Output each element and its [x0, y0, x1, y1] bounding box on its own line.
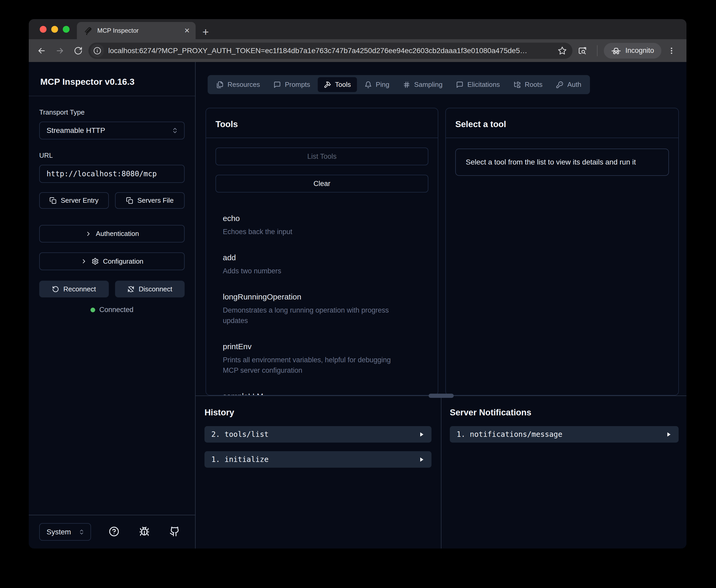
tab-tools[interactable]: Tools [318, 77, 357, 92]
reload-icon [74, 46, 83, 55]
history-item[interactable]: 2. tools/list [204, 426, 432, 443]
incognito-label: Incognito [625, 46, 654, 55]
panels-row: Tools List Tools Clear echo Echoes back … [205, 108, 679, 396]
forward-button[interactable] [52, 43, 68, 59]
tool-name: longRunningOperation [223, 292, 428, 301]
circle-help-icon [109, 526, 119, 537]
servers-file-button[interactable]: Servers File [115, 192, 185, 209]
tool-detail-panel: Select a tool Select a tool from the lis… [446, 108, 679, 396]
server-entry-label: Server Entry [61, 196, 99, 205]
tool-detail-title: Select a tool [446, 108, 678, 138]
tab-ping-label: Ping [376, 81, 389, 89]
theme-value: System [46, 528, 71, 536]
tab-resources[interactable]: Resources [210, 77, 266, 92]
tool-list-item[interactable]: longRunningOperation Demonstrates a long… [223, 292, 428, 326]
tab-ping[interactable]: Ping [359, 77, 395, 92]
maximize-window-button[interactable] [63, 26, 69, 33]
message-square-icon [456, 81, 463, 88]
notification-item[interactable]: 1. notifications/message [450, 426, 679, 443]
tool-list-item[interactable]: echo Echoes back the input [223, 214, 428, 237]
authentication-label: Authentication [96, 230, 139, 238]
server-url-input[interactable] [39, 165, 185, 183]
tab-title: MCP Inspector [97, 27, 179, 34]
browser-menu-button[interactable] [664, 43, 680, 59]
disconnect-label: Disconnect [138, 285, 172, 293]
tool-detail-empty-message: Select a tool from the list to view its … [455, 149, 669, 176]
info-icon [93, 47, 101, 55]
disconnect-button[interactable]: Disconnect [115, 281, 185, 297]
bug-icon [139, 526, 150, 537]
authentication-button[interactable]: Authentication [39, 225, 185, 243]
bookmark-star-icon[interactable] [558, 46, 567, 55]
tool-name: echo [223, 214, 428, 223]
status-label: Connected [100, 306, 134, 314]
tab-elicitations[interactable]: Elicitations [450, 77, 506, 92]
tool-list: echo Echoes back the input add Adds two … [216, 192, 428, 395]
tool-name: printEnv [223, 342, 428, 351]
transport-type-select[interactable]: Streamable HTTP [39, 122, 185, 140]
tab-close-icon[interactable]: ✕ [184, 27, 190, 34]
tool-list-item[interactable]: add Adds two numbers [223, 253, 428, 276]
browser-tab[interactable]: MCP Inspector ✕ [77, 22, 196, 39]
status-dot [90, 308, 95, 312]
minimize-window-button[interactable] [51, 26, 58, 33]
reconnect-label: Reconnect [63, 285, 96, 293]
back-button[interactable] [34, 43, 50, 59]
sidebar-body: Transport Type Streamable HTTP URL Serve… [29, 96, 195, 314]
window-controls [29, 19, 77, 39]
expand-play-icon [666, 431, 672, 438]
reload-button[interactable] [70, 43, 86, 59]
folder-tree-icon [514, 81, 521, 88]
report-bug-button[interactable] [139, 526, 150, 538]
message-square-icon [274, 81, 281, 88]
toolbar-divider [597, 45, 598, 56]
server-entry-button[interactable]: Server Entry [39, 192, 109, 209]
expand-play-icon [418, 457, 425, 463]
configuration-button[interactable]: Configuration [39, 252, 185, 270]
history-item-label: 2. tools/list [211, 430, 268, 439]
browser-toolbar: localhost:6274/?MCP_PROXY_AUTH_TOKEN=ec1… [29, 39, 687, 62]
chevron-right-icon [85, 230, 92, 237]
chevrons-up-down-icon [79, 529, 85, 535]
list-tools-button[interactable]: List Tools [216, 148, 428, 165]
horizontal-divider [196, 396, 687, 396]
tab-sampling-label: Sampling [414, 81, 442, 89]
site-info-button[interactable] [90, 44, 104, 58]
app-title: MCP Inspector v0.16.3 [40, 77, 183, 87]
github-icon [170, 526, 180, 537]
sidebar-header: MCP Inspector v0.16.3 [29, 62, 195, 96]
clear-tools-button[interactable]: Clear [216, 175, 428, 192]
incognito-badge: Incognito [604, 43, 661, 59]
configuration-label: Configuration [103, 257, 144, 266]
theme-select[interactable]: System [39, 523, 91, 541]
tab-auth[interactable]: Auth [550, 77, 587, 92]
tool-description: Echoes back the input [223, 227, 406, 237]
resize-handle[interactable] [429, 394, 454, 398]
github-link[interactable] [170, 526, 180, 538]
history-panel: History 2. tools/list 1. initialize [196, 396, 441, 548]
tools-panel: Tools List Tools Clear echo Echoes back … [205, 108, 438, 396]
tab-prompts[interactable]: Prompts [267, 77, 316, 92]
gear-icon [91, 258, 99, 265]
history-item-label: 1. initialize [211, 455, 268, 464]
tab-sampling[interactable]: Sampling [397, 77, 449, 92]
sidebar: MCP Inspector v0.16.3 Transport Type Str… [29, 62, 196, 548]
connection-status: Connected [39, 306, 185, 314]
bell-icon [365, 81, 372, 88]
files-icon [216, 81, 223, 88]
new-tab-button[interactable]: + [196, 27, 209, 39]
help-button[interactable] [109, 526, 119, 538]
reconnect-button[interactable]: Reconnect [39, 281, 109, 297]
address-bar[interactable]: localhost:6274/?MCP_PROXY_AUTH_TOKEN=ec1… [88, 43, 572, 59]
tool-list-item[interactable]: printEnv Prints all environment variable… [223, 342, 428, 376]
history-item[interactable]: 1. initialize [204, 451, 432, 468]
hash-icon [403, 81, 410, 88]
search-tabs-button[interactable] [574, 43, 591, 59]
tool-description: Prints all environment variables, helpfu… [223, 355, 406, 376]
close-window-button[interactable] [40, 26, 46, 33]
server-notifications-title: Server Notifications [450, 407, 679, 417]
tab-resources-label: Resources [227, 81, 260, 89]
tab-roots[interactable]: Roots [507, 77, 549, 92]
tool-list-item[interactable]: sampleLLM Samples from an LLM using MCP'… [223, 392, 428, 395]
browser-tab-strip: MCP Inspector ✕ + [29, 19, 687, 39]
